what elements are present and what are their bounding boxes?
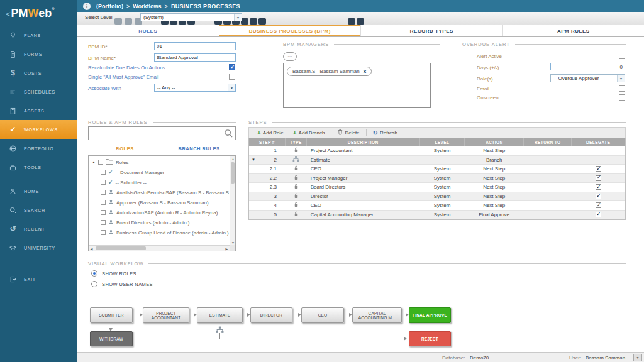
delegate-checkbox[interactable] (596, 212, 601, 217)
search-icon[interactable] (221, 129, 235, 138)
scroll-left-icon[interactable]: ◀ (89, 246, 94, 251)
alert-active-checkbox[interactable] (619, 53, 625, 59)
bpm-name-field[interactable] (154, 53, 236, 62)
sidebar-item-tools[interactable]: TOOLS (0, 158, 77, 177)
tree-item[interactable]: Business Group Head of Finance (admin - … (89, 228, 229, 238)
collapse-sidebar-icon[interactable]: < (6, 9, 11, 19)
sidebar-item-search[interactable]: SEARCH (0, 200, 77, 219)
overdue-roles-dropdown[interactable]: -- Overdue Approver -- ▼ (550, 74, 625, 82)
sidebar-item-assets[interactable]: ASSETS (0, 101, 77, 120)
tree-checkbox[interactable] (101, 210, 106, 215)
workflow-node-capital-accounting: CAPITAL ACCOUNTING M... (352, 307, 402, 323)
tab-roles[interactable]: ROLES (77, 25, 219, 36)
sidebar-item-label: COSTS (24, 71, 42, 75)
tree-item[interactable]: Board Directors (admin - Admin ) (89, 217, 229, 228)
scroll-right-icon[interactable]: ▶ (224, 246, 230, 251)
breadcrumb-portfolio[interactable]: (Portfolio) (96, 3, 123, 9)
sidebar-item-exit[interactable]: EXIT (0, 270, 77, 288)
bpm-managers-box: Bassam.S - Bassam Samman x (283, 63, 431, 108)
toolbar-icon-disabled[interactable] (357, 18, 364, 25)
step-row[interactable]: 2.3 Board Directors System Next Step (249, 183, 625, 192)
tree-checkbox[interactable] (101, 200, 106, 205)
remove-tag-icon[interactable]: x (364, 69, 366, 74)
tree-item[interactable]: AutorizacionSAF (Antonio.R - Antonio Rey… (89, 207, 229, 217)
sidebar-item-plans[interactable]: PLANS (0, 26, 77, 45)
scrollbar-thumb[interactable] (96, 246, 146, 250)
tree-checkbox[interactable] (101, 220, 106, 225)
step-row[interactable]: 4 CEO System Next Step (249, 201, 625, 211)
delegate-checkbox[interactable] (596, 166, 601, 172)
bpm-managers-picker-button[interactable]: ... (283, 52, 297, 61)
tree-item[interactable]: AnailsisGastoPermisoSAF (Bassam.S - Bass… (89, 187, 229, 197)
sidebar-item-recent[interactable]: ↺ RECENT (0, 219, 77, 238)
refresh-button[interactable]: ↻ Refresh (370, 129, 401, 136)
select-level-dropdown[interactable]: (System) ▼ (140, 13, 242, 21)
sidebar-item-university[interactable]: UNIVERSITY (0, 238, 77, 257)
add-role-button[interactable]: + Add Role (254, 129, 287, 136)
delegate-checkbox[interactable] (596, 194, 601, 199)
sidebar-item-schedules[interactable]: SCHEDULES (0, 82, 77, 101)
delegate-checkbox[interactable] (596, 148, 601, 153)
associate-with-dropdown[interactable]: -- Any -- ▼ (154, 84, 236, 92)
breadcrumb-workflows[interactable]: Workflows (133, 3, 161, 9)
toolbar-separator (331, 129, 331, 136)
tab-label: ROLES (138, 28, 157, 34)
tree-item[interactable]: ✓ -- Submitter -- (89, 177, 229, 187)
step-row[interactable]: 1 Project Accountant System Next Step (249, 146, 625, 156)
tree-root-roles[interactable]: ▲ Roles (89, 157, 229, 167)
tab-business-processes[interactable]: BUSINESS PROCESSES (BPM) (219, 25, 361, 36)
step-level (419, 156, 465, 165)
email-checkbox[interactable] (619, 85, 625, 92)
horizontal-scrollbar[interactable]: ◀ ▶ (89, 245, 230, 251)
info-icon[interactable]: i (83, 3, 91, 10)
app-logo[interactable]: <PMWeb® (0, 0, 77, 26)
toolbar-icon-disabled[interactable] (348, 18, 355, 25)
subtab-roles[interactable]: ROLES (88, 143, 162, 155)
tree-item[interactable]: ✓ -- Document Manager -- (89, 167, 229, 177)
tree-expander-icon[interactable]: ▲ (92, 160, 96, 164)
delegate-checkbox[interactable] (596, 184, 601, 190)
step-row[interactable]: 2.2 Project Manager System Next Step (249, 174, 625, 184)
sidebar-item-portfolio[interactable]: PORTFOLIO (0, 139, 77, 158)
step-row[interactable]: 3 Director System Next Step (249, 192, 625, 202)
step-description: CEO (307, 165, 419, 173)
tree-checkbox[interactable] (101, 180, 106, 185)
tree-checkbox[interactable] (98, 160, 103, 165)
add-branch-button[interactable]: + Add Branch (290, 129, 328, 136)
show-roles-radio[interactable] (91, 270, 97, 277)
toolbar-icon-disabled[interactable] (114, 18, 122, 25)
step-row[interactable]: 2.1 CEO System Next Step (249, 165, 625, 174)
tree-checkbox[interactable] (101, 190, 106, 195)
sidebar-item-home[interactable]: HOME (0, 182, 77, 200)
sidebar-item-workflows[interactable]: ✓ WORKFLOWS (0, 120, 77, 139)
subtab-branch-rules[interactable]: BRANCH RULES (162, 143, 236, 155)
step-row[interactable]: 5 Capital Accounting Manager System Fina… (249, 211, 625, 220)
scroll-up-icon[interactable]: ▲ (230, 156, 236, 162)
step-row-branch[interactable]: ▼ 2 Estimate Branch (249, 156, 625, 165)
roles-search-input[interactable] (89, 130, 221, 136)
tab-apm-rules[interactable]: APM RULES (502, 25, 644, 36)
recalculate-checkbox[interactable] (229, 64, 235, 70)
days-field[interactable] (550, 63, 625, 70)
toolbar-icon-disabled[interactable] (250, 18, 257, 25)
tree-item[interactable]: Approver (Bassam.S - Bassam Samman) (89, 197, 229, 207)
delete-button[interactable]: Delete (335, 129, 362, 136)
scroll-down-button[interactable]: ▼ (633, 354, 642, 361)
toolbar-icon-disabled[interactable] (125, 18, 132, 25)
vertical-scrollbar[interactable]: ▲ ▼ (230, 156, 235, 245)
scroll-down-icon[interactable]: ▼ (230, 239, 236, 245)
tree-checkbox[interactable] (101, 170, 106, 175)
delegate-checkbox[interactable] (596, 175, 601, 181)
single-email-checkbox[interactable] (229, 74, 235, 80)
show-user-names-radio[interactable] (91, 281, 97, 287)
sidebar-item-forms[interactable]: FORMS (0, 45, 77, 63)
tab-record-types[interactable]: RECORD TYPES (360, 25, 502, 36)
onscreen-checkbox[interactable] (619, 94, 625, 101)
delegate-checkbox[interactable] (596, 202, 601, 208)
toolbar-icon-disabled[interactable] (258, 18, 266, 25)
collapse-branch-icon[interactable]: ▼ (252, 158, 255, 162)
tree-checkbox[interactable] (101, 230, 106, 235)
bpm-id-field[interactable] (154, 42, 236, 50)
sidebar-item-costs[interactable]: $ COSTS (0, 63, 77, 82)
scrollbar-thumb[interactable] (231, 162, 235, 184)
